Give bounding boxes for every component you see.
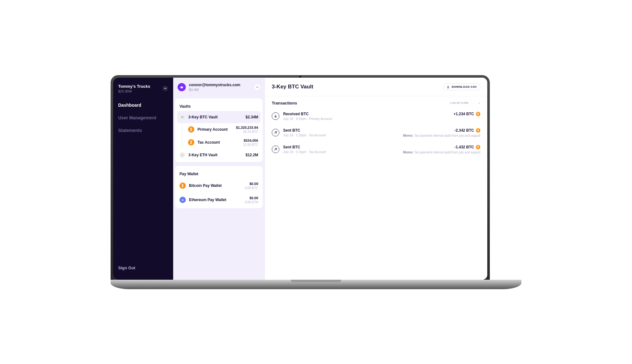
wallet-crypto: 0.00 BTC [245,186,258,190]
pager-text: 1-50 OF 6,039 [450,101,468,104]
bitcoin-icon: ₿ [476,112,480,116]
main-header: 3-Key BTC Vault DOWNLOAD CSV [265,78,487,96]
wallet-name: Bitcoin Pay Wallet [189,183,222,188]
transaction-title: Received BTC [283,112,450,116]
vault-row-eth[interactable]: 3-Key ETH Vault $12.2M [175,149,263,161]
vault-amount: $2.34M [246,115,258,119]
transaction-amount: -1.432 BTC [454,145,474,149]
memo-label: Memo: [403,134,413,137]
memo-label: Memo: [403,151,413,154]
vaults-title: Vaults [175,100,263,111]
bitcoin-icon: ₿ [179,182,186,189]
bitcoin-icon: ₿ [188,126,194,133]
account-value: $3.4M [189,88,240,92]
ethereum-icon: ♦ [179,197,186,203]
download-label: DOWNLOAD CSV [452,85,477,88]
signout-button[interactable]: Sign Out [113,266,173,273]
org-value: $25.85M [118,89,150,93]
bitcoin-icon: ₿ [476,128,480,133]
transaction-title: Sent BTC [283,145,399,149]
pay-wallet-eth[interactable]: ♦ Ethereum Pay Wallet $0.00 0.00 ETH [175,193,263,207]
sidebar-nav: Dashboard User Management Statements [113,99,173,136]
chevron-down-icon[interactable] [179,114,185,120]
pager-next[interactable]: → [477,101,480,104]
arrow-down-icon [272,112,279,120]
nav-user-management[interactable]: User Management [118,112,168,123]
nav-statements[interactable]: Statements [118,125,168,136]
chevron-down-icon [164,87,167,90]
vault-row-btc[interactable]: 3-Key BTC Vault $2.34M [177,111,261,123]
vault-amount: $12.2M [246,153,258,157]
webcam-dot [299,76,301,78]
transaction-amount: +1.234 BTC [453,112,474,116]
chevron-right-icon[interactable] [179,152,185,158]
subaccount-primary[interactable]: ₿ Primary Account $1,320,233.84 25.23 BT… [188,123,263,136]
transaction-row[interactable]: Sent BTC July 18 · 1:15pm · Tax Account … [272,141,480,158]
nav-dashboard[interactable]: Dashboard [118,99,168,111]
subaccount-crypto: 25.23 BTC [236,130,258,134]
bitcoin-icon: ₿ [476,145,480,149]
bitcoin-icon: ₿ [188,139,194,146]
transaction-title: Sent BTC [283,128,399,133]
wallet-name: Ethereum Pay Wallet [189,198,226,202]
org-name: Tommy's Trucks [118,84,150,89]
wallet-crypto: 0.00 ETH [245,200,258,204]
download-icon [447,85,450,88]
app-screen: Tommy's Trucks $25.85M Dashboard User Ma… [113,78,487,280]
transaction-meta: July 18 · 1:15pm · Tax Account [283,134,399,137]
pay-wallet-btc[interactable]: ₿ Bitcoin Pay Wallet $0.00 0.00 BTC [175,179,263,193]
account-email: connor@tommystrucks.com [189,83,240,87]
subaccount-name: Tax Account [198,140,220,145]
org-switcher[interactable]: Tommy's Trucks $25.85M [113,84,173,99]
crown-icon [178,83,186,91]
org-switcher-chevron[interactable] [162,86,168,91]
transactions-header: Transactions 1-50 OF 6,039 ← → [265,96,487,108]
transaction-meta: July 18 · 1:15pm · Tax Account [283,150,399,154]
transactions-list: Received BTC July 18 · 3:15pm · Primary … [265,108,487,158]
transaction-amount: -2.342 BTC [454,128,474,133]
subaccount-amount: $534,056 [243,139,258,142]
accounts-column: connor@tommystrucks.com $3.4M Vaults 3-K… [173,78,265,280]
pager-prev[interactable]: ← [471,101,474,104]
memo-text: Tax payment internal audit from july and… [414,151,480,154]
subaccount-crypto: 12.65 BTC [243,143,258,146]
pay-wallet-panel: Pay Wallet ₿ Bitcoin Pay Wallet $0.00 0.… [175,166,263,208]
page-title: 3-Key BTC Vault [272,84,313,90]
vault-name: 3-Key BTC Vault [188,115,218,119]
vaults-panel: Vaults 3-Key BTC Vault $2.34M ₿ [175,98,263,162]
wallet-amount: $0.00 [245,182,258,186]
download-csv-button[interactable]: DOWNLOAD CSV [443,83,480,90]
account-switcher[interactable]: connor@tommystrucks.com $3.4M [173,78,264,97]
arrow-up-right-icon [272,129,279,136]
laptop-base [111,280,521,289]
wallet-amount: $0.00 [245,196,258,200]
pay-wallet-title: Pay Wallet [175,167,263,179]
vault-name: 3-Key ETH Vault [188,153,217,157]
transaction-meta: July 18 · 3:15pm · Primary Account [283,117,450,121]
transaction-row[interactable]: Sent BTC July 18 · 1:15pm · Tax Account … [272,124,480,141]
vault-subaccounts: ₿ Primary Account $1,320,233.84 25.23 BT… [182,123,263,149]
transaction-row[interactable]: Received BTC July 18 · 3:15pm · Primary … [272,108,480,124]
arrow-up-right-icon [272,146,279,153]
sidebar: Tommy's Trucks $25.85M Dashboard User Ma… [113,78,173,280]
memo-text: Tax payment internal audit from july and… [414,134,480,137]
pager: 1-50 OF 6,039 ← → [450,101,480,104]
subaccount-amount: $1,320,233.84 [236,126,258,129]
main-panel: 3-Key BTC Vault DOWNLOAD CSV Transaction… [265,78,487,280]
transactions-title: Transactions [272,101,297,105]
account-chevron[interactable] [254,84,260,90]
chevron-down-icon [256,86,258,88]
subaccount-name: Primary Account [198,127,228,132]
subaccount-tax[interactable]: ₿ Tax Account $534,056 12.65 BTC [188,136,263,149]
